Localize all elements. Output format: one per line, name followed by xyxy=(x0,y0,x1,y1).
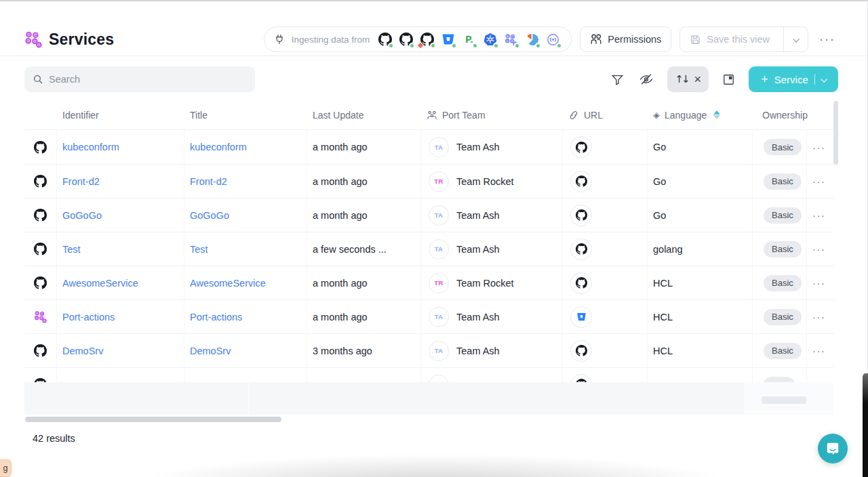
title-link[interactable]: Front-d2 xyxy=(190,176,227,187)
header-more-button[interactable]: ··· xyxy=(816,33,838,47)
permissions-button[interactable]: Permissions xyxy=(580,26,671,52)
identifier-link[interactable]: Test xyxy=(62,244,81,255)
port-integration-icon[interactable] xyxy=(504,33,518,47)
url-link-button[interactable] xyxy=(570,306,592,328)
services-table: Identifier Title Last Update Port Team U… xyxy=(24,100,833,401)
group-by-button[interactable] xyxy=(721,72,736,87)
github-integration-icon[interactable] xyxy=(378,33,392,47)
team-name: Team Ash xyxy=(456,346,500,356)
status-dot xyxy=(388,43,394,49)
table-row[interactable]: Front-d2 Front-d2 a month ago TRTeam Roc… xyxy=(24,164,833,198)
team-avatar[interactable]: TA xyxy=(429,137,449,157)
github-icon xyxy=(34,243,47,255)
identifier-link[interactable]: Front-d2 xyxy=(62,176,100,187)
row-menu-button[interactable]: ··· xyxy=(812,311,826,323)
identifier-link[interactable]: kubeconform xyxy=(62,142,119,152)
title-link[interactable]: kubeconform xyxy=(190,142,247,152)
search-icon xyxy=(33,74,43,85)
title-link[interactable]: GoGoGo xyxy=(190,210,229,221)
sort-indicator[interactable] xyxy=(713,110,720,119)
team-avatar[interactable]: TA xyxy=(429,205,449,226)
plug-icon xyxy=(274,34,285,45)
intercom-chat-button[interactable] xyxy=(818,434,848,463)
column-header-last-update[interactable]: Last Update xyxy=(307,110,421,121)
last-update-text: a month ago xyxy=(313,278,368,289)
column-header-identifier[interactable]: Identifier xyxy=(57,110,184,121)
page-title: Services xyxy=(49,30,114,49)
table-row[interactable]: DemoSrv DemoSrv 3 months ago TATeam Ash … xyxy=(24,333,833,367)
kubernetes-integration-icon[interactable] xyxy=(483,33,497,47)
column-header-url[interactable]: URL xyxy=(563,110,648,121)
filter-button[interactable] xyxy=(610,72,625,87)
url-link-button[interactable] xyxy=(570,272,592,294)
hide-columns-button[interactable] xyxy=(637,70,655,88)
row-menu-button[interactable]: ··· xyxy=(812,209,826,221)
table-row[interactable]: kubeconform kubeconform a month ago TATe… xyxy=(24,130,833,164)
identifier-link[interactable]: Port-actions xyxy=(62,312,115,323)
status-dot xyxy=(493,43,499,49)
row-menu-button[interactable]: ··· xyxy=(812,175,826,187)
github-alert-integration-icon[interactable] xyxy=(420,33,434,47)
team-avatar[interactable]: TR xyxy=(429,171,449,192)
title-link[interactable]: AwesomeService xyxy=(190,278,266,289)
services-blueprint-icon xyxy=(24,30,42,48)
pagerduty-integration-icon[interactable]: P. xyxy=(462,33,476,47)
save-view-label: Save this view xyxy=(707,34,770,45)
table-row[interactable]: Port-actions Port-actions a month ago TA… xyxy=(24,299,833,333)
identifier-link[interactable]: DemoSrv xyxy=(62,346,103,356)
horizontal-scrollbar[interactable] xyxy=(25,417,281,422)
team-avatar[interactable]: TA xyxy=(429,341,449,361)
team-avatar[interactable]: TA xyxy=(429,307,449,327)
add-service-label: Service xyxy=(774,74,808,85)
chat-icon xyxy=(825,441,840,456)
column-header-title[interactable]: Title xyxy=(184,110,307,121)
url-link-button[interactable] xyxy=(570,239,592,260)
last-update-text: a month ago xyxy=(313,210,368,221)
vertical-scrollbar[interactable] xyxy=(833,101,838,165)
corner-widget-badge[interactable]: g xyxy=(0,459,12,477)
identifier-link[interactable]: AwesomeService xyxy=(62,278,138,289)
window-dark-corner xyxy=(863,373,868,477)
column-header-port-team[interactable]: Port Team xyxy=(421,110,563,121)
sort-active-pill[interactable]: ↑↓ × xyxy=(667,66,709,92)
table-row[interactable]: GoGoGo GoGoGo a month ago TATeam Ash Go … xyxy=(24,198,833,232)
team-name: Team Ash xyxy=(456,244,500,255)
table-row[interactable]: Test Test a few seconds ... TATeam Ash g… xyxy=(24,232,833,266)
save-view-button[interactable]: Save this view xyxy=(679,26,808,52)
row-menu-button[interactable]: ··· xyxy=(812,345,826,356)
property-icon: ◈ xyxy=(653,110,660,120)
add-service-button[interactable]: + Service xyxy=(749,66,838,92)
row-menu-button[interactable]: ··· xyxy=(812,243,826,255)
title-link[interactable]: DemoSrv xyxy=(190,346,231,356)
column-header-ownership[interactable]: Ownership xyxy=(753,110,807,121)
url-link-button[interactable] xyxy=(570,171,592,192)
table-footer-overlay xyxy=(24,382,833,415)
split-circle-integration-icon[interactable] xyxy=(525,33,539,47)
clear-sort-icon[interactable]: × xyxy=(694,73,701,85)
title-link[interactable]: Test xyxy=(190,244,208,255)
search-input[interactable] xyxy=(49,74,247,85)
url-link-button[interactable] xyxy=(570,205,592,226)
api-integration-icon[interactable] xyxy=(546,33,560,47)
row-menu-button[interactable]: ··· xyxy=(812,277,826,289)
team-avatar[interactable]: TA xyxy=(429,239,449,260)
url-link-button[interactable] xyxy=(570,136,592,158)
save-view-main[interactable]: Save this view xyxy=(680,27,778,51)
save-view-caret[interactable] xyxy=(783,27,808,51)
github-integration-icon[interactable] xyxy=(399,33,413,47)
language-text: Go xyxy=(653,176,666,187)
chevron-down-icon[interactable] xyxy=(821,75,827,82)
column-header-language[interactable]: ◈Language xyxy=(648,110,753,121)
github-icon xyxy=(34,141,47,154)
team-name: Team Ash xyxy=(456,210,500,221)
url-link-button[interactable] xyxy=(570,340,592,362)
ingesting-data-pill[interactable]: Ingesting data from P. xyxy=(264,26,572,52)
team-avatar[interactable]: TR xyxy=(429,273,449,293)
identifier-link[interactable]: GoGoGo xyxy=(62,210,102,221)
language-text: HCL xyxy=(653,346,673,356)
table-row[interactable]: AwesomeService AwesomeService a month ag… xyxy=(24,266,833,299)
search-box[interactable] xyxy=(24,66,255,92)
bitbucket-integration-icon[interactable] xyxy=(441,33,455,47)
row-menu-button[interactable]: ··· xyxy=(812,142,826,153)
title-link[interactable]: Port-actions xyxy=(190,312,242,323)
